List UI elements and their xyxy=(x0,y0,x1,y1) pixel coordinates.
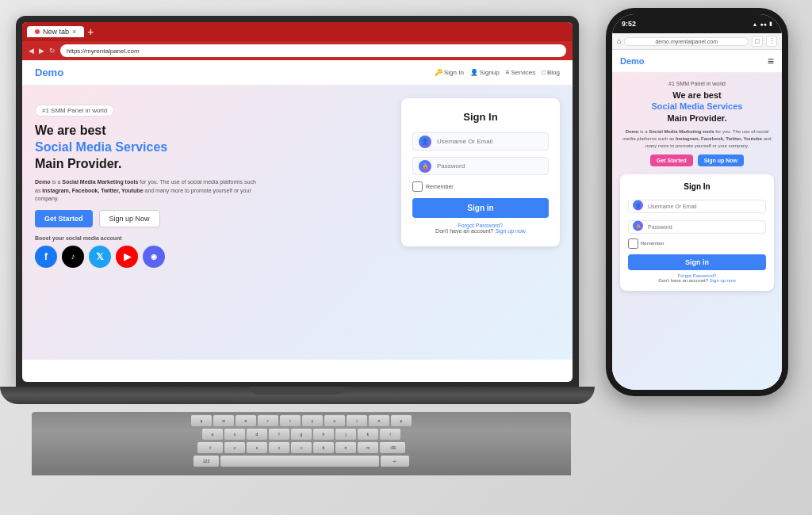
signal-icon: ●● xyxy=(760,21,767,27)
scene: New tab × + ◀ ▶ ↻ https://myrentalpanel.… xyxy=(0,0,812,515)
key-k[interactable]: k xyxy=(358,429,378,440)
get-started-button[interactable]: Get Started xyxy=(35,210,93,227)
nav-services[interactable]: ≡ Services xyxy=(506,69,535,76)
key-l[interactable]: l xyxy=(380,429,400,440)
password-icon: 🔒 xyxy=(419,160,431,173)
signin-title: Sign In xyxy=(412,111,549,123)
refresh-button[interactable]: ↻ xyxy=(49,47,56,55)
phone-browser-bar: ⌂ demo.myrentalpanel.com □ ⋮ xyxy=(612,33,782,50)
key-f[interactable]: f xyxy=(269,429,289,440)
website-content: Demo 🔑 Sign In 👤 Signup ≡ Services □ Blo… xyxy=(22,60,573,360)
forgot-password-link[interactable]: Forgot Password? xyxy=(458,223,504,228)
facebook-icon[interactable]: f xyxy=(35,246,57,268)
key-123[interactable]: 123 xyxy=(193,456,219,467)
hero-title-line2: Social Media Services xyxy=(35,140,167,154)
social-icons: f ♪ 𝕏 ▶ ◉ xyxy=(35,246,376,268)
site-body: #1 SMM Panel in world We are best Social… xyxy=(22,86,573,360)
phone-signin-links: Forgot Password? Don't have an account? … xyxy=(628,273,766,283)
signin-links: Forgot Password? Don't have an account? … xyxy=(412,223,549,234)
active-tab[interactable]: New tab × xyxy=(27,26,84,37)
remember-label: Remember xyxy=(426,184,454,189)
phone-password-group: 🔒 xyxy=(628,218,766,234)
address-input[interactable]: https://myrentalpanel.com xyxy=(60,44,566,57)
key-t[interactable]: t xyxy=(280,415,301,426)
nav-signup[interactable]: 👤 Signup xyxy=(470,69,500,76)
key-u[interactable]: u xyxy=(324,415,345,426)
keyboard-row-4: 123 ↵ xyxy=(36,456,566,467)
username-input[interactable] xyxy=(412,132,549,151)
key-space[interactable] xyxy=(220,456,379,467)
key-g[interactable]: g xyxy=(291,429,312,440)
key-h[interactable]: h xyxy=(313,429,334,440)
key-b[interactable]: b xyxy=(313,442,334,453)
phone-password-icon: 🔒 xyxy=(633,220,643,231)
phone-hamburger-button[interactable]: ≡ xyxy=(768,55,774,67)
phone-menu-button[interactable]: ⋮ xyxy=(766,36,777,47)
hero-badge: #1 SMM Panel in world xyxy=(35,105,114,116)
key-e[interactable]: e xyxy=(236,415,256,426)
key-backspace[interactable]: ⌫ xyxy=(380,442,405,453)
address-bar: ◀ ▶ ↻ https://myrentalpanel.com xyxy=(22,41,573,60)
phone-remember-label: Remember xyxy=(641,241,665,246)
phone-get-started-button[interactable]: Get Started xyxy=(650,154,693,166)
key-p[interactable]: p xyxy=(391,415,412,426)
key-n[interactable]: n xyxy=(335,442,356,453)
key-z[interactable]: z xyxy=(224,442,245,453)
signin-panel: Sign In 👤 🔒 Remember xyxy=(401,98,560,246)
key-shift[interactable]: ⇧ xyxy=(197,442,223,453)
discord-icon[interactable]: ◉ xyxy=(143,246,165,268)
password-input-group: 🔒 xyxy=(412,157,549,175)
twitter-icon[interactable]: 𝕏 xyxy=(89,246,111,268)
forward-button[interactable]: ▶ xyxy=(39,47,44,55)
phone-address-bar[interactable]: demo.myrentalpanel.com xyxy=(624,37,749,46)
key-o[interactable]: o xyxy=(369,415,389,426)
nav-links: 🔑 Sign In 👤 Signup ≡ Services □ Blog xyxy=(435,69,560,76)
signin-button[interactable]: Sign in xyxy=(412,198,549,218)
phone-home-icon[interactable]: ⌂ xyxy=(617,37,621,45)
key-j[interactable]: j xyxy=(335,429,356,440)
signup-button[interactable]: Sign up Now xyxy=(99,210,160,227)
phone-username-input[interactable] xyxy=(628,200,766,213)
phone-remember-checkbox[interactable] xyxy=(628,238,638,249)
nav-blog[interactable]: □ Blog xyxy=(542,69,560,76)
key-v[interactable]: v xyxy=(291,442,312,453)
tab-close-button[interactable]: × xyxy=(72,28,76,36)
key-y[interactable]: y xyxy=(302,415,323,426)
nav-signin[interactable]: 🔑 Sign In xyxy=(435,69,464,76)
hero-section: #1 SMM Panel in world We are best Social… xyxy=(22,86,389,360)
key-c[interactable]: c xyxy=(269,442,289,453)
keyboard-row-2: a s d f g h j k l xyxy=(36,429,566,440)
new-tab-button[interactable]: + xyxy=(87,25,94,38)
key-w[interactable]: w xyxy=(213,415,234,426)
phone-username-icon: 👤 xyxy=(633,200,643,210)
key-m[interactable]: m xyxy=(358,442,378,453)
phone-signup-now-link[interactable]: Sign up now xyxy=(710,278,736,283)
key-s[interactable]: s xyxy=(224,429,245,440)
key-i[interactable]: i xyxy=(347,415,367,426)
key-d[interactable]: d xyxy=(247,429,267,440)
remember-checkbox[interactable] xyxy=(412,181,423,192)
key-r[interactable]: r xyxy=(258,415,278,426)
password-input[interactable] xyxy=(412,157,549,175)
phone-time: 9:52 xyxy=(622,20,636,28)
back-button[interactable]: ◀ xyxy=(29,47,34,55)
laptop-body: New tab × + ◀ ▶ ↻ https://myrentalpanel.… xyxy=(16,16,579,388)
signup-now-link[interactable]: Sign up now xyxy=(495,228,526,234)
phone-logo[interactable]: Demo xyxy=(620,56,768,66)
youtube-icon[interactable]: ▶ xyxy=(116,246,138,268)
site-navbar: Demo 🔑 Sign In 👤 Signup ≡ Services □ Blo… xyxy=(22,60,573,86)
wifi-icon: ▲ xyxy=(753,21,758,27)
key-q[interactable]: q xyxy=(191,415,212,426)
phone-signin-button[interactable]: Sign in xyxy=(628,254,766,270)
tab-dot xyxy=(35,29,40,34)
site-logo[interactable]: Demo xyxy=(35,67,63,78)
key-a[interactable]: a xyxy=(202,429,223,440)
phone-status-icons: ▲ ●● ▮ xyxy=(753,21,772,27)
phone-no-account-text: Don't have an account? xyxy=(658,278,708,283)
tiktok-icon[interactable]: ♪ xyxy=(62,246,84,268)
phone-tab-button[interactable]: □ xyxy=(752,36,763,47)
key-return[interactable]: ↵ xyxy=(381,456,409,467)
phone-signup-button[interactable]: Sign up Now xyxy=(698,154,744,166)
phone-password-input[interactable] xyxy=(628,220,766,234)
key-x[interactable]: x xyxy=(247,442,267,453)
